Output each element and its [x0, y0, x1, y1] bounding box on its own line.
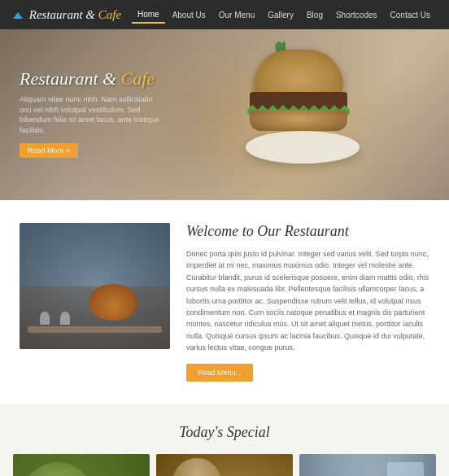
- nav-about[interactable]: About Us: [167, 7, 211, 23]
- hero-text-block: Restaurant & Cafe Aliquam vitae nunc nib…: [20, 68, 166, 158]
- nav-menu[interactable]: Our Menu: [213, 7, 260, 23]
- logo-accent: Cafe: [98, 8, 121, 21]
- hero-title: Restaurant & Cafe: [20, 68, 166, 90]
- plate: [246, 131, 360, 164]
- hero-read-more-button[interactable]: Read More »: [20, 143, 78, 158]
- special-card-drink[interactable]: Drink: [299, 454, 436, 476]
- welcome-content: Welcome to Our Restaurant Donec porta qu…: [186, 223, 429, 382]
- header: Restaurant & Cafe Home About Us Our Menu…: [0, 0, 449, 29]
- welcome-body-text: Donec porta quis justo id pulvinar. Inte…: [186, 248, 429, 354]
- nav-contact[interactable]: Contact Us: [385, 7, 436, 23]
- hero-section: Restaurant & Cafe Aliquam vitae nunc nib…: [0, 29, 449, 200]
- nav-blog[interactable]: Blog: [301, 7, 329, 23]
- welcome-section: Welcome to Our Restaurant Donec porta qu…: [0, 200, 449, 404]
- special-card-desert[interactable]: Desert: [156, 454, 293, 476]
- nav-shortcodes[interactable]: Shortcodes: [330, 7, 383, 23]
- table-illustration: [28, 326, 162, 333]
- food-dish-illustration: [89, 284, 137, 321]
- nav-home[interactable]: Home: [132, 7, 165, 24]
- hero-title-text: Restaurant &: [20, 68, 116, 89]
- restaurant-interior-image: [20, 223, 170, 349]
- main-nav: Home About Us Our Menu Gallery Blog Shor…: [132, 7, 436, 24]
- burger-illustration: [238, 41, 368, 172]
- read-menu-button[interactable]: Read Menu...: [186, 364, 253, 382]
- welcome-title: Welcome to Our Restaurant: [186, 223, 429, 240]
- nav-gallery[interactable]: Gallery: [262, 7, 299, 23]
- bun-top: [254, 50, 343, 98]
- logo-diamond-icon: [13, 12, 23, 19]
- logo: Restaurant & Cafe: [13, 8, 121, 22]
- specials-section: Today's Special Food Desert Drink: [0, 404, 449, 476]
- hero-title-accent: Cafe: [116, 68, 155, 89]
- special-card-food[interactable]: Food: [13, 454, 150, 476]
- specials-title: Today's Special: [13, 424, 436, 441]
- logo-text: Restaurant &: [29, 8, 95, 21]
- specials-grid: Food Desert Drink: [13, 454, 436, 476]
- bun-bottom: [250, 111, 347, 131]
- hero-subtitle: Aliquam vitae nunc nibh. Nam sollicitudi…: [20, 94, 166, 135]
